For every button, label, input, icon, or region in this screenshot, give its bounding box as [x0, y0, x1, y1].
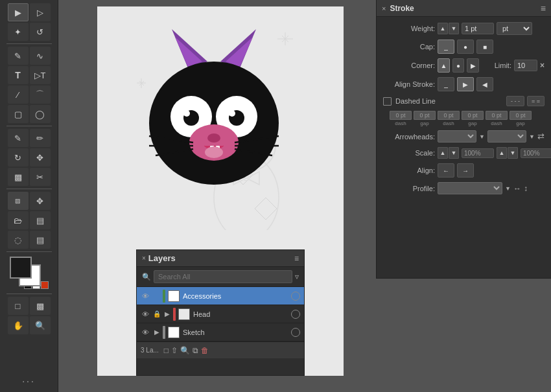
dashed-pattern-btn-2[interactable]: = = [527, 96, 545, 106]
corner-miter-btn[interactable]: ▲ [438, 58, 450, 73]
symbol-sprayer-tool[interactable]: ◌ [8, 231, 29, 249]
layer-name-accessories: Accessories [183, 292, 290, 300]
stroke-panel-titlebar[interactable]: × Stroke ≡ [377, 0, 551, 17]
lasso-tool[interactable]: ↺ [30, 23, 51, 41]
layers-filter-btn[interactable]: ▿ [295, 272, 299, 281]
cap-round-btn[interactable]: ● [457, 40, 474, 54]
scale-tool[interactable]: ✥ [30, 148, 51, 167]
type-tool[interactable]: T [8, 66, 29, 84]
layer-circle-sketch[interactable] [291, 328, 300, 337]
gap-2-input[interactable] [462, 111, 484, 120]
arrowhead-swap-btn[interactable]: ⇄ [537, 132, 545, 141]
arc-tool[interactable]: ⌒ [30, 86, 51, 104]
touch-type-tool[interactable]: ▷T [30, 66, 51, 84]
ellipse-tool[interactable]: ◯ [30, 105, 51, 123]
layer-expand-accessories[interactable]: ▶ [152, 292, 161, 299]
profile-select[interactable] [438, 182, 502, 194]
pencil-tool[interactable]: ✏ [30, 129, 51, 147]
limit-input[interactable] [514, 60, 537, 71]
svg-point-26 [183, 110, 190, 117]
dashed-checkbox[interactable] [383, 97, 392, 106]
layers-close-btn[interactable]: × [142, 255, 146, 262]
layers-titlebar[interactable]: × Layers ≡ [137, 250, 304, 267]
mesh-tool[interactable]: ✥ [30, 192, 51, 210]
profile-flip-horizontal-btn[interactable]: ↔ [513, 184, 521, 193]
gradient-tool[interactable]: ▨ [8, 192, 29, 210]
eyedropper-tool[interactable]: 🗁 [8, 211, 29, 229]
select-tool[interactable]: ▶ [8, 3, 29, 21]
corner-label: Corner: [383, 62, 435, 69]
layers-menu-btn[interactable]: ≡ [294, 254, 299, 263]
limit-x-btn[interactable]: × [540, 61, 545, 70]
move-layer-up-btn[interactable]: ⇧ [171, 346, 178, 355]
layer-expand-sketch[interactable]: ▶ [152, 329, 161, 336]
move-layer-down-btn[interactable]: 🔍 [180, 346, 190, 355]
arrowhead-start-dropdown-icon: ▼ [479, 133, 485, 140]
dash-1-input[interactable] [390, 111, 412, 120]
layer-vis-accessories[interactable]: 👁 [139, 292, 151, 300]
rectangle-tool[interactable]: ▢ [8, 105, 29, 123]
cap-projecting-btn[interactable]: ■ [476, 40, 493, 54]
zoom-tool[interactable]: 🔍 [30, 316, 51, 334]
cap-row: Cap: ⎯ ● ■ [383, 40, 545, 54]
corner-round-btn[interactable]: ● [452, 58, 465, 73]
arrowhead-end-select[interactable] [487, 130, 526, 143]
scale2-spin-down[interactable]: ▼ [508, 147, 518, 159]
scale1-spin-up[interactable]: ▲ [438, 147, 448, 159]
arrowhead-start-select[interactable] [438, 130, 476, 143]
scale-1-input[interactable] [462, 148, 494, 158]
corner-bevel-btn[interactable]: ▶ [467, 58, 479, 73]
eraser-tool[interactable]: ▩ [8, 168, 29, 186]
dash-2-input[interactable] [438, 111, 460, 120]
artboard-tool[interactable]: □ [8, 297, 29, 315]
layer-expand-head[interactable]: ▶ [163, 310, 172, 317]
pen-tool[interactable]: ✎ [8, 47, 29, 65]
direct-select-tool[interactable]: ▷ [30, 3, 51, 21]
cap-butt-btn[interactable]: ⎯ [438, 40, 454, 54]
stroke-panel-close[interactable]: × [382, 5, 386, 12]
layer-circle-head[interactable] [291, 310, 300, 319]
hand-tool[interactable]: ✋ [8, 316, 29, 334]
rotate-tool[interactable]: ↻ [8, 148, 29, 167]
new-layer-btn[interactable]: □ [164, 346, 169, 355]
scale-2-input[interactable] [521, 148, 551, 158]
scale1-spin-down[interactable]: ▼ [449, 147, 459, 159]
foreground-color[interactable] [10, 257, 32, 279]
delete-layer-btn[interactable]: 🗑 [201, 346, 209, 355]
dash-3-input[interactable] [486, 111, 508, 120]
column-graph-tool[interactable]: ▤ [30, 231, 51, 249]
layer-circle-accessories[interactable] [291, 292, 300, 301]
dashed-pattern-btn-1[interactable]: - - - [506, 96, 524, 106]
align-outside-btn[interactable]: ◀ [476, 77, 493, 91]
scale2-spin-up[interactable]: ▲ [497, 147, 507, 159]
align-center-btn[interactable]: ⎯ [438, 77, 454, 91]
layer-vis-head[interactable]: 👁 [139, 310, 151, 318]
gap-3-input[interactable] [510, 111, 532, 120]
line-tool[interactable]: ∕ [8, 86, 29, 104]
gap-1-input[interactable] [414, 111, 436, 120]
duplicate-layer-btn[interactable]: ⧉ [193, 346, 198, 355]
layer-vis-sketch[interactable]: 👁 [139, 329, 151, 336]
layer-row-sketch[interactable]: 👁 ▶ Sketch [137, 323, 304, 341]
layers-search-input[interactable] [154, 270, 292, 283]
profile-flip-vertical-btn[interactable]: ↕ [524, 184, 528, 193]
more-tools[interactable]: ... [22, 374, 36, 384]
stroke-panel-menu[interactable]: ≡ [541, 3, 546, 14]
layer-lock-head[interactable]: 🔒 [152, 310, 161, 317]
align-right-btn[interactable]: → [457, 163, 474, 178]
scissors-tool[interactable]: ✂ [30, 168, 51, 186]
mini-red-color[interactable] [41, 281, 49, 289]
paintbrush-tool[interactable]: ✎ [8, 129, 29, 147]
weight-input[interactable] [462, 23, 494, 34]
weight-unit-dropdown[interactable]: pt px mm [497, 22, 532, 35]
align-left-btn[interactable]: ← [438, 163, 454, 178]
layer-row-head[interactable]: 👁 🔒 ▶ Head [137, 305, 304, 323]
curvature-tool[interactable]: ∿ [30, 47, 51, 65]
weight-spin-down[interactable]: ▼ [449, 23, 459, 34]
magic-wand-tool[interactable]: ✦ [8, 23, 29, 41]
slice-tool[interactable]: ▩ [30, 297, 51, 315]
layer-row-accessories[interactable]: 👁 ▶ Accessories [137, 287, 304, 305]
weight-spin-up[interactable]: ▲ [438, 23, 448, 34]
align-inside-btn[interactable]: ▶ [457, 77, 474, 91]
blend-tool[interactable]: ▤ [30, 211, 51, 229]
